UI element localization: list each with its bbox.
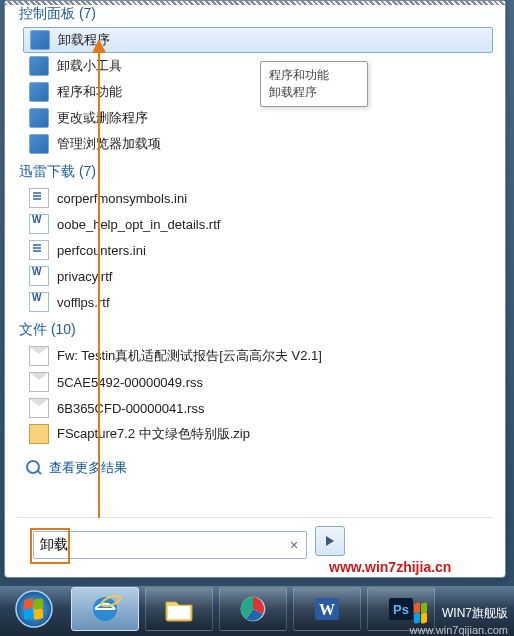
result-uninstall-gadget[interactable]: 卸载小工具 xyxy=(23,53,493,79)
tooltip-line: 程序和功能 xyxy=(269,67,359,84)
tooltip-line: 卸载程序 xyxy=(269,84,359,101)
result-label: privacy.rtf xyxy=(57,269,112,284)
result-label: 程序和功能 xyxy=(57,83,122,101)
arrow-right-icon xyxy=(323,534,337,548)
taskbar-explorer[interactable] xyxy=(145,587,213,631)
clear-search-icon[interactable]: × xyxy=(282,537,306,553)
result-label: Fw: Testin真机适配测试报告[云高高尔夫 V2.1] xyxy=(57,347,322,365)
rtf-file-icon xyxy=(29,214,49,234)
rtf-file-icon xyxy=(29,292,49,312)
tooltip: 程序和功能 卸载程序 xyxy=(260,61,368,107)
ie-icon xyxy=(89,593,121,625)
mail-icon xyxy=(29,372,49,392)
word-icon: W xyxy=(312,594,342,624)
divider xyxy=(17,517,493,518)
search-icon xyxy=(25,459,43,477)
result-file[interactable]: 5CAE5492-00000049.rss xyxy=(23,369,493,395)
ini-file-icon xyxy=(29,240,49,260)
result-label: oobe_help_opt_in_details.rtf xyxy=(57,217,220,232)
start-button[interactable] xyxy=(3,588,65,630)
shutdown-options-button[interactable] xyxy=(315,526,345,556)
see-more-results[interactable]: 查看更多结果 xyxy=(25,459,501,477)
result-uninstall-program[interactable]: 卸载程序 xyxy=(23,27,493,53)
result-file[interactable]: FScapture7.2 中文绿色特别版.zip xyxy=(23,421,493,447)
result-file[interactable]: perfcounters.ini xyxy=(23,237,493,263)
rtf-file-icon xyxy=(29,266,49,286)
ini-file-icon xyxy=(29,188,49,208)
control-panel-icon xyxy=(29,56,49,76)
result-file[interactable]: 6B365CFD-00000041.rss xyxy=(23,395,493,421)
result-label: 卸载程序 xyxy=(58,31,110,49)
taskbar: W Ps WIN7旗舰版 www.win7qijian.com xyxy=(0,586,514,636)
brand-badge: WIN7旗舰版 xyxy=(412,600,508,626)
mail-icon xyxy=(29,398,49,418)
search-results: 控制面板 (7) 卸载程序 卸载小工具 程序和功能 更改或删除程序 xyxy=(15,1,501,523)
folder-icon xyxy=(163,595,195,623)
brand-text: WIN7旗舰版 xyxy=(442,605,508,622)
result-file[interactable]: corperfmonsymbols.ini xyxy=(23,185,493,211)
result-programs-features[interactable]: 程序和功能 xyxy=(23,79,493,105)
windows-orb-icon xyxy=(13,588,55,630)
taskbar-app[interactable] xyxy=(219,587,287,631)
result-label: 卸载小工具 xyxy=(57,57,122,75)
watermark-text: www.win7qijian.com xyxy=(410,624,508,636)
svg-text:W: W xyxy=(319,601,335,618)
result-manage-addons[interactable]: 管理浏览器加载项 xyxy=(23,131,493,157)
result-label: vofflps.rtf xyxy=(57,295,110,310)
result-file[interactable]: oobe_help_opt_in_details.rtf xyxy=(23,211,493,237)
result-file[interactable]: Fw: Testin真机适配测试报告[云高高尔夫 V2.1] xyxy=(23,343,493,369)
section-header-xunlei: 迅雷下载 (7) xyxy=(19,163,501,181)
result-label: 更改或删除程序 xyxy=(57,109,148,127)
start-menu-results-panel: 控制面板 (7) 卸载程序 卸载小工具 程序和功能 更改或删除程序 xyxy=(4,0,506,578)
result-file[interactable]: privacy.rtf xyxy=(23,263,493,289)
annotation-highlight xyxy=(30,528,70,564)
result-label: FScapture7.2 中文绿色特别版.zip xyxy=(57,425,250,443)
result-label: 5CAE5492-00000049.rss xyxy=(57,375,203,390)
search-input[interactable] xyxy=(34,537,282,553)
more-results-label: 查看更多结果 xyxy=(49,459,127,477)
section-header-files: 文件 (10) xyxy=(19,321,501,339)
windows-flag-icon xyxy=(412,600,438,626)
control-panel-icon xyxy=(29,134,49,154)
control-panel-icon xyxy=(30,30,50,50)
chart-app-icon xyxy=(238,594,268,624)
watermark-text: www.win7zhijia.cn xyxy=(329,559,451,575)
result-label: 管理浏览器加载项 xyxy=(57,135,161,153)
control-panel-icon xyxy=(29,108,49,128)
start-search-box[interactable]: × xyxy=(33,531,305,557)
zip-file-icon xyxy=(29,424,49,444)
mail-icon xyxy=(29,346,49,366)
result-label: perfcounters.ini xyxy=(57,243,146,258)
svg-point-0 xyxy=(16,591,52,627)
taskbar-ie[interactable] xyxy=(71,587,139,631)
result-label: 6B365CFD-00000041.rss xyxy=(57,401,204,416)
control-panel-icon xyxy=(29,82,49,102)
result-label: corperfmonsymbols.ini xyxy=(57,191,187,206)
taskbar-word[interactable]: W xyxy=(293,587,361,631)
result-change-remove-program[interactable]: 更改或删除程序 xyxy=(23,105,493,131)
result-file[interactable]: vofflps.rtf xyxy=(23,289,493,315)
svg-text:Ps: Ps xyxy=(393,602,409,617)
section-header-control-panel: 控制面板 (7) xyxy=(19,5,501,23)
svg-rect-3 xyxy=(168,606,190,619)
